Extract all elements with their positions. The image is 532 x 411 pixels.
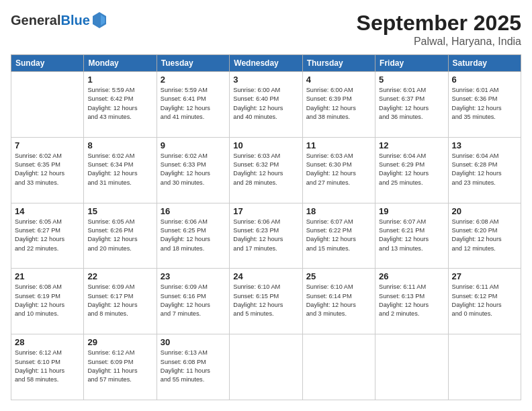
cell-info: Sunrise: 6:05 AM Sunset: 6:27 PM Dayligh… [15, 218, 80, 253]
cell-info: Sunrise: 5:59 AM Sunset: 6:41 PM Dayligh… [161, 86, 226, 122]
calendar-cell: 7Sunrise: 6:02 AM Sunset: 6:35 PM Daylig… [11, 137, 84, 203]
weekday-header-wednesday: Wednesday [230, 55, 302, 72]
calendar-cell: 21Sunrise: 6:08 AM Sunset: 6:19 PM Dayli… [11, 269, 84, 334]
calendar-cell: 27Sunrise: 6:11 AM Sunset: 6:12 PM Dayli… [448, 269, 521, 334]
cell-day-number: 26 [379, 271, 444, 281]
weekday-header-thursday: Thursday [302, 55, 375, 72]
week-row-2: 7Sunrise: 6:02 AM Sunset: 6:35 PM Daylig… [11, 137, 521, 203]
calendar-cell [11, 72, 84, 138]
logo-icon [91, 11, 107, 30]
week-row-3: 14Sunrise: 6:05 AM Sunset: 6:27 PM Dayli… [11, 203, 521, 269]
calendar-cell: 22Sunrise: 6:09 AM Sunset: 6:17 PM Dayli… [84, 269, 157, 334]
cell-day-number: 22 [87, 271, 152, 281]
cell-info: Sunrise: 6:01 AM Sunset: 6:37 PM Dayligh… [379, 86, 444, 122]
cell-day-number: 14 [15, 206, 80, 216]
calendar-cell [230, 334, 302, 400]
cell-info: Sunrise: 6:10 AM Sunset: 6:15 PM Dayligh… [233, 283, 298, 318]
calendar-cell [448, 334, 521, 400]
cell-day-number: 2 [161, 75, 226, 85]
location: Palwal, Haryana, India [357, 36, 521, 48]
cell-day-number: 1 [87, 75, 152, 85]
weekday-header-friday: Friday [375, 55, 448, 72]
calendar-cell: 1Sunrise: 5:59 AM Sunset: 6:42 PM Daylig… [84, 72, 157, 138]
title-section: September 2025 Palwal, Haryana, India [357, 11, 521, 48]
page: GeneralBlue September 2025 Palwal, Harya… [0, 0, 532, 411]
calendar-cell: 10Sunrise: 6:03 AM Sunset: 6:32 PM Dayli… [230, 137, 302, 203]
cell-day-number: 12 [379, 140, 444, 150]
cell-info: Sunrise: 6:00 AM Sunset: 6:39 PM Dayligh… [306, 86, 371, 122]
cell-info: Sunrise: 6:07 AM Sunset: 6:21 PM Dayligh… [379, 218, 444, 253]
calendar-cell: 30Sunrise: 6:13 AM Sunset: 6:08 PM Dayli… [157, 334, 229, 400]
cell-day-number: 27 [452, 271, 517, 281]
cell-day-number: 25 [306, 271, 371, 281]
calendar-cell: 14Sunrise: 6:05 AM Sunset: 6:27 PM Dayli… [11, 203, 84, 269]
cell-info: Sunrise: 6:11 AM Sunset: 6:12 PM Dayligh… [452, 283, 517, 318]
calendar-cell: 13Sunrise: 6:04 AM Sunset: 6:28 PM Dayli… [448, 137, 521, 203]
calendar-table: SundayMondayTuesdayWednesdayThursdayFrid… [11, 54, 521, 400]
calendar-cell: 23Sunrise: 6:09 AM Sunset: 6:16 PM Dayli… [157, 269, 229, 334]
cell-info: Sunrise: 6:08 AM Sunset: 6:19 PM Dayligh… [15, 283, 80, 318]
calendar-cell: 11Sunrise: 6:03 AM Sunset: 6:30 PM Dayli… [302, 137, 375, 203]
cell-day-number: 6 [452, 75, 517, 85]
calendar-cell: 9Sunrise: 6:02 AM Sunset: 6:33 PM Daylig… [157, 137, 229, 203]
cell-day-number: 13 [452, 140, 517, 150]
cell-info: Sunrise: 5:59 AM Sunset: 6:42 PM Dayligh… [87, 86, 152, 122]
cell-day-number: 11 [306, 140, 371, 150]
week-row-4: 21Sunrise: 6:08 AM Sunset: 6:19 PM Dayli… [11, 269, 521, 334]
calendar-cell: 25Sunrise: 6:10 AM Sunset: 6:14 PM Dayli… [302, 269, 375, 334]
cell-info: Sunrise: 6:13 AM Sunset: 6:08 PM Dayligh… [161, 349, 226, 384]
calendar-cell: 26Sunrise: 6:11 AM Sunset: 6:13 PM Dayli… [375, 269, 448, 334]
cell-day-number: 9 [161, 140, 226, 150]
calendar-cell [302, 334, 375, 400]
cell-info: Sunrise: 6:02 AM Sunset: 6:33 PM Dayligh… [161, 152, 226, 187]
calendar-cell: 15Sunrise: 6:05 AM Sunset: 6:26 PM Dayli… [84, 203, 157, 269]
cell-info: Sunrise: 6:03 AM Sunset: 6:30 PM Dayligh… [306, 152, 371, 187]
cell-info: Sunrise: 6:10 AM Sunset: 6:14 PM Dayligh… [306, 283, 371, 318]
header: GeneralBlue September 2025 Palwal, Harya… [11, 11, 521, 48]
cell-info: Sunrise: 6:08 AM Sunset: 6:20 PM Dayligh… [452, 218, 517, 253]
calendar-cell: 18Sunrise: 6:07 AM Sunset: 6:22 PM Dayli… [302, 203, 375, 269]
weekday-header-saturday: Saturday [448, 55, 521, 72]
cell-day-number: 10 [233, 140, 298, 150]
cell-info: Sunrise: 6:09 AM Sunset: 6:16 PM Dayligh… [161, 283, 226, 318]
calendar-cell: 3Sunrise: 6:00 AM Sunset: 6:40 PM Daylig… [230, 72, 302, 138]
cell-day-number: 7 [15, 140, 80, 150]
cell-info: Sunrise: 6:04 AM Sunset: 6:29 PM Dayligh… [379, 152, 444, 187]
calendar-cell: 24Sunrise: 6:10 AM Sunset: 6:15 PM Dayli… [230, 269, 302, 334]
cell-info: Sunrise: 6:11 AM Sunset: 6:13 PM Dayligh… [379, 283, 444, 318]
cell-day-number: 17 [233, 206, 298, 216]
calendar-cell: 16Sunrise: 6:06 AM Sunset: 6:25 PM Dayli… [157, 203, 229, 269]
logo-general: General [11, 13, 60, 28]
calendar-cell: 6Sunrise: 6:01 AM Sunset: 6:36 PM Daylig… [448, 72, 521, 138]
cell-info: Sunrise: 6:04 AM Sunset: 6:28 PM Dayligh… [452, 152, 517, 187]
cell-info: Sunrise: 6:01 AM Sunset: 6:36 PM Dayligh… [452, 86, 517, 122]
calendar-header: SundayMondayTuesdayWednesdayThursdayFrid… [11, 55, 521, 72]
cell-info: Sunrise: 6:07 AM Sunset: 6:22 PM Dayligh… [306, 218, 371, 253]
cell-day-number: 30 [161, 337, 226, 347]
calendar-cell: 2Sunrise: 5:59 AM Sunset: 6:41 PM Daylig… [157, 72, 229, 138]
calendar-cell: 28Sunrise: 6:12 AM Sunset: 6:10 PM Dayli… [11, 334, 84, 400]
logo: GeneralBlue [11, 11, 107, 30]
cell-info: Sunrise: 6:06 AM Sunset: 6:25 PM Dayligh… [161, 218, 226, 253]
calendar-cell: 29Sunrise: 6:12 AM Sunset: 6:09 PM Dayli… [84, 334, 157, 400]
cell-info: Sunrise: 6:05 AM Sunset: 6:26 PM Dayligh… [87, 218, 152, 253]
week-row-1: 1Sunrise: 5:59 AM Sunset: 6:42 PM Daylig… [11, 72, 521, 138]
cell-day-number: 18 [306, 206, 371, 216]
calendar-cell [375, 334, 448, 400]
cell-day-number: 8 [87, 140, 152, 150]
cell-day-number: 3 [233, 75, 298, 85]
cell-day-number: 15 [87, 206, 152, 216]
cell-info: Sunrise: 6:12 AM Sunset: 6:09 PM Dayligh… [87, 349, 152, 384]
weekday-header-sunday: Sunday [11, 55, 84, 72]
cell-day-number: 19 [379, 206, 444, 216]
cell-info: Sunrise: 6:12 AM Sunset: 6:10 PM Dayligh… [15, 349, 80, 384]
calendar-cell: 19Sunrise: 6:07 AM Sunset: 6:21 PM Dayli… [375, 203, 448, 269]
cell-info: Sunrise: 6:06 AM Sunset: 6:23 PM Dayligh… [233, 218, 298, 253]
cell-day-number: 24 [233, 271, 298, 281]
cell-day-number: 4 [306, 75, 371, 85]
cell-info: Sunrise: 6:02 AM Sunset: 6:34 PM Dayligh… [87, 152, 152, 187]
calendar-cell: 12Sunrise: 6:04 AM Sunset: 6:29 PM Dayli… [375, 137, 448, 203]
cell-day-number: 23 [161, 271, 226, 281]
cell-info: Sunrise: 6:09 AM Sunset: 6:17 PM Dayligh… [87, 283, 152, 318]
cell-info: Sunrise: 6:03 AM Sunset: 6:32 PM Dayligh… [233, 152, 298, 187]
